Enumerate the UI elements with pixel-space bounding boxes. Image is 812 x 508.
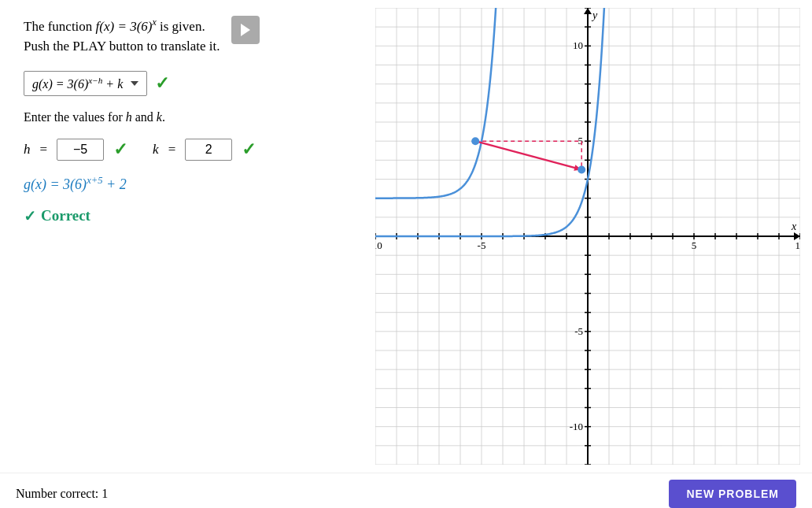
formula-check: ✓ (155, 73, 169, 94)
h-input[interactable] (57, 139, 104, 161)
play-button[interactable] (231, 16, 260, 44)
number-correct: Number correct: 1 (16, 487, 108, 501)
correct-text: Correct (41, 207, 90, 224)
k-input[interactable] (185, 139, 232, 161)
correct-label: ✓ Correct (24, 207, 364, 225)
new-problem-button[interactable]: NEW PROBLEM (669, 480, 796, 508)
footer-bar: Number correct: 1 NEW PROBLEM (0, 473, 812, 508)
transform-formula-box: g(x) = 3(6)x−h + k (24, 71, 147, 96)
hk-inputs-row: h = ✓ k = ✓ (24, 139, 364, 161)
h-label: h (24, 142, 31, 158)
dropdown-arrow[interactable] (131, 81, 138, 86)
correct-check-icon: ✓ (24, 207, 36, 225)
result-formula: g(x) = 3(6)x+5 + 2 (24, 175, 364, 193)
k-equals: = (168, 142, 176, 158)
graph-canvas (375, 8, 800, 465)
original-formula-text: (x) = 3(6)x (99, 19, 156, 34)
h-equals: = (40, 142, 48, 158)
problem-description: The function f(x) = 3(6)x is given. Push… (24, 16, 220, 57)
h-check: ✓ (113, 139, 127, 160)
transform-formula-text: g(x) = 3(6)x−h + k (32, 76, 123, 91)
k-check: ✓ (242, 139, 256, 160)
k-label: k (153, 142, 159, 158)
left-panel: The function f(x) = 3(6)x is given. Push… (12, 8, 375, 465)
enter-values-label: Enter the values for h and k. (24, 110, 364, 124)
formula-row: g(x) = 3(6)x−h + k ✓ (24, 71, 364, 96)
instruction-text: Push the PLAY button to translate it. (24, 36, 220, 57)
graph-panel (375, 8, 800, 465)
